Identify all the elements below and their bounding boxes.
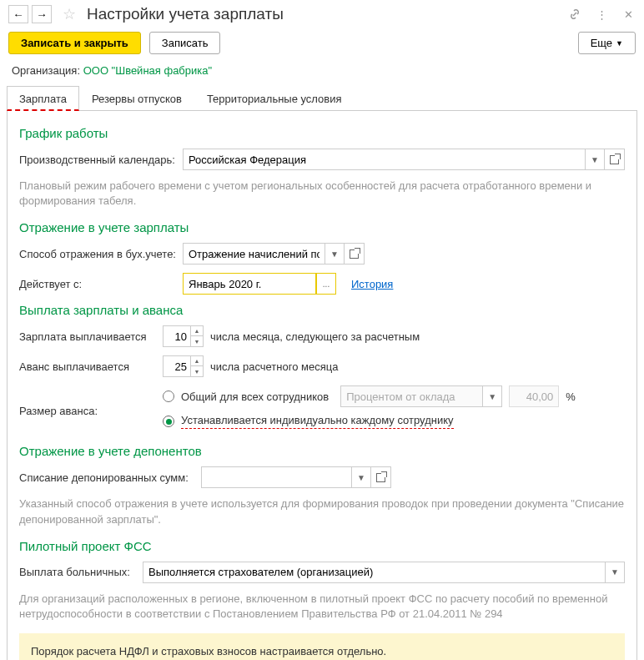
tab-territorial[interactable]: Территориальные условия <box>194 86 355 111</box>
salary-day-input[interactable] <box>163 325 191 347</box>
nav-back-button[interactable]: ← <box>8 5 28 23</box>
calendar-input[interactable] <box>183 149 585 170</box>
percent-sign: % <box>566 390 576 403</box>
salary-day-down[interactable]: ▼ <box>191 336 203 346</box>
section-schedule-title: График работы <box>19 126 625 140</box>
calendar-label: Производственный календарь: <box>19 154 176 166</box>
advance-percent-input <box>509 385 559 407</box>
advance-size-label: Размер аванса: <box>19 405 156 417</box>
tab-salary[interactable]: Зарплата <box>7 86 79 111</box>
advance-individual-radio[interactable] <box>163 416 174 427</box>
close-icon[interactable]: ✕ <box>621 7 636 22</box>
section-payment-title: Выплата зарплаты и аванса <box>19 303 625 317</box>
open-icon <box>376 473 385 482</box>
calendar-open-button[interactable] <box>605 149 625 170</box>
advance-individual-label: Устанавливается индивидуально каждому со… <box>181 414 454 429</box>
window-title: Настройки учета зарплаты <box>87 5 564 23</box>
schedule-hint: Плановый режим рабочего времени с учетом… <box>19 179 625 209</box>
sickpay-label: Выплата больничных: <box>19 566 136 578</box>
method-dropdown-button[interactable]: ▼ <box>325 243 345 265</box>
save-and-close-button[interactable]: Записать и закрыть <box>8 32 141 54</box>
history-link[interactable]: История <box>351 278 393 290</box>
sickpay-input[interactable] <box>143 562 605 583</box>
method-open-button[interactable] <box>345 243 365 265</box>
writeoff-dropdown-button[interactable]: ▼ <box>351 466 371 488</box>
tab-reserves[interactable]: Резервы отпусков <box>79 86 194 111</box>
advance-method-dd-btn: ▼ <box>482 385 502 407</box>
calendar-dropdown-button[interactable]: ▼ <box>585 149 605 170</box>
writeoff-input[interactable] <box>201 466 351 488</box>
method-label: Способ отражения в бух.учете: <box>19 248 176 260</box>
organization-label: Организация: <box>12 64 80 77</box>
effective-label: Действует с: <box>19 278 176 290</box>
organization-value[interactable]: ООО "Швейная фабрика" <box>83 64 212 77</box>
advance-method-dropdown <box>340 385 482 407</box>
advance-day-input[interactable] <box>163 355 191 377</box>
sickpay-dropdown-button[interactable]: ▼ <box>605 562 625 583</box>
menu-dots-icon[interactable]: ⋮ <box>594 7 609 22</box>
writeoff-open-button[interactable] <box>371 466 391 488</box>
section-fss-title: Пилотный проект ФСС <box>19 539 625 553</box>
section-reflection-title: Отражение в учете зарплаты <box>19 220 625 234</box>
more-button[interactable]: Еще▼ <box>578 32 636 54</box>
ndfl-note-text: Порядок расчета НДФЛ и страховых взносов… <box>31 643 613 660</box>
salary-pay-label: Зарплата выплачивается <box>19 330 156 343</box>
advance-day-down[interactable]: ▼ <box>191 366 203 376</box>
salary-day-up[interactable]: ▲ <box>191 326 203 336</box>
section-deponent-title: Отражение в учете депонентов <box>19 444 625 458</box>
advance-common-label: Общий для всех сотрудников <box>181 390 329 403</box>
effective-date-picker-button[interactable]: ... <box>316 273 336 295</box>
favorite-star-icon[interactable]: ☆ <box>60 5 78 23</box>
nav-forward-button[interactable]: → <box>32 5 52 23</box>
salary-suffix: числа месяца, следующего за расчетным <box>210 330 420 343</box>
advance-day-up[interactable]: ▲ <box>191 356 203 366</box>
effective-date-input[interactable] <box>183 273 316 295</box>
writeoff-label: Списание депонированных сумм: <box>19 471 194 484</box>
link-icon[interactable] <box>567 7 582 22</box>
fss-hint: Для организаций расположенных в регионе,… <box>19 592 625 622</box>
method-input[interactable] <box>183 243 325 265</box>
save-button[interactable]: Записать <box>149 32 221 54</box>
deponent-hint: Указанный способ отражения в учете испол… <box>19 496 625 526</box>
open-icon <box>350 249 359 259</box>
advance-pay-label: Аванс выплачивается <box>19 360 156 373</box>
advance-common-radio[interactable] <box>163 390 174 402</box>
advance-suffix: числа расчетного месяца <box>210 360 338 373</box>
open-icon <box>610 155 619 164</box>
